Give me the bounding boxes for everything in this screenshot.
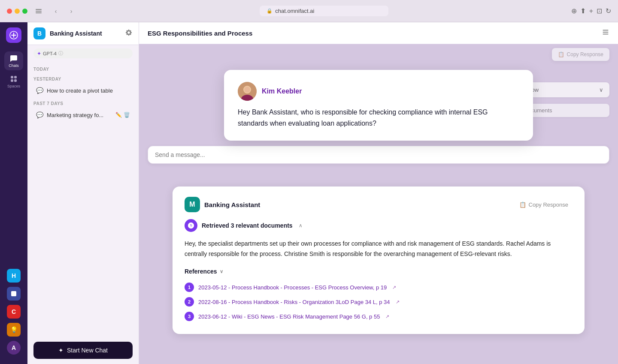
- edit-icon[interactable]: ✏️: [115, 112, 122, 118]
- chat-bubble-icon-2: 💬: [36, 111, 43, 118]
- share-icon[interactable]: ⬆: [580, 7, 586, 15]
- colored-avatar-square[interactable]: [7, 287, 21, 301]
- response-card: M Banking Assistant 📋 Copy Response: [173, 187, 585, 334]
- bg-copy-response: 📋 Copy Response: [552, 48, 609, 61]
- chevron-up-icon[interactable]: ∧: [299, 223, 303, 229]
- assistant-badge: B: [33, 27, 45, 39]
- svg-rect-4: [11, 291, 16, 296]
- chats-label: Chats: [9, 63, 19, 68]
- retrieved-icon: [185, 219, 197, 232]
- download-icon[interactable]: ⊕: [571, 7, 577, 15]
- colored-avatar-light[interactable]: 💡: [7, 323, 21, 337]
- references-toggle[interactable]: References ∨: [185, 268, 573, 275]
- response-assistant-name: Banking Assistant: [204, 201, 260, 208]
- close-button[interactable]: [7, 9, 12, 14]
- reference-item-1: 1 2023-05-12 - Process Handbook - Proces…: [185, 280, 573, 295]
- chat-input-area: [139, 141, 618, 169]
- start-new-chat-label: Start New Chat: [67, 347, 108, 354]
- new-tab-icon[interactable]: +: [589, 7, 593, 15]
- chat-item-label-marketing: Marketing strategy fo...: [47, 112, 112, 118]
- retrieved-docs-row: Retrieved 3 relevant documents ∧: [185, 219, 573, 232]
- copy-icon-bg: 📋: [558, 51, 564, 57]
- extensions-icon[interactable]: ⊡: [597, 7, 602, 15]
- minimize-button[interactable]: [15, 9, 20, 14]
- question-user: Kim Keebler: [238, 82, 519, 101]
- url-bar[interactable]: 🔒 chat.omnifact.ai: [260, 6, 388, 16]
- main-chat: ESG Responsibilities and Process 📋 Copy …: [139, 22, 618, 364]
- spaces-label: Spaces: [7, 84, 20, 88]
- chat-item-marketing[interactable]: 💬 Marketing strategy fo... ✏️ 🗑️: [30, 108, 136, 122]
- icon-sidebar: Chats Spaces H C 💡 A: [0, 22, 27, 364]
- section-past7: PAST 7 DAYS: [27, 98, 139, 108]
- ref-link-3[interactable]: 2023-06-12 - Wiki - ESG News - ESG Risk …: [198, 313, 380, 320]
- response-assistant-info: M Banking Assistant: [185, 197, 260, 212]
- external-link-icon-2: ↗: [396, 299, 400, 305]
- sidebar-header: B Banking Assistant: [27, 22, 139, 45]
- chevron-down-icon: ∨: [220, 269, 223, 274]
- model-badge: ✦ GPT-4 ⓘ: [33, 48, 133, 58]
- colored-avatar-c[interactable]: C: [7, 305, 21, 319]
- copy-icon: 📋: [519, 202, 526, 208]
- app-logo: [6, 27, 21, 43]
- copy-response-label: Copy Response: [529, 202, 569, 208]
- copy-response-bg-label: Copy Response: [567, 51, 603, 57]
- chat-sidebar-content: TODAY YESTERDAY 💬 How to create a pivot …: [27, 62, 139, 337]
- icon-bottom: H C 💡 A: [7, 269, 21, 359]
- browser-chrome: ‹ › 🔒 chat.omnifact.ai ⊕ ⬆ + ⊡ ↻: [0, 0, 618, 22]
- start-new-chat-button[interactable]: ✦ Start New Chat: [33, 342, 133, 359]
- collapse-sidebar-icon[interactable]: [602, 28, 609, 38]
- back-button[interactable]: ‹: [50, 5, 62, 17]
- retrieved-docs-label: Retrieved 3 relevant documents: [202, 222, 293, 229]
- chat-header: ESG Responsibilities and Process: [139, 22, 618, 44]
- forward-button[interactable]: ›: [65, 5, 77, 17]
- reference-item-3: 3 2023-06-12 - Wiki - ESG News - ESG Ris…: [185, 309, 573, 324]
- maximize-button[interactable]: [22, 9, 27, 14]
- reference-item-2: 2 2022-08-16 - Process Handbook - Risks …: [185, 295, 573, 309]
- ref-num-2: 2: [185, 297, 194, 307]
- chat-bubble-icon: 💬: [36, 87, 43, 94]
- response-header: M Banking Assistant 📋 Copy Response: [185, 197, 573, 212]
- user-avatar-bottom[interactable]: A: [7, 341, 21, 355]
- svg-point-8: [244, 87, 250, 93]
- external-link-icon-3: ↗: [385, 314, 389, 319]
- ref-num-1: 1: [185, 283, 194, 292]
- url-text: chat.omnifact.ai: [275, 8, 314, 14]
- settings-icon[interactable]: [125, 29, 133, 38]
- references-label: References: [185, 268, 217, 275]
- browser-nav: ‹ ›: [50, 5, 77, 17]
- sparkle-icon: ✦: [58, 347, 64, 354]
- response-assistant-avatar: M: [185, 197, 200, 212]
- lock-icon: 🔒: [267, 8, 273, 14]
- section-yesterday: YESTERDAY: [27, 73, 139, 83]
- delete-icon[interactable]: 🗑️: [124, 112, 130, 118]
- chat-item-pivot[interactable]: 💬 How to create a pivot table: [30, 84, 136, 97]
- traffic-lights: [7, 9, 27, 14]
- refresh-icon[interactable]: ↻: [606, 7, 611, 15]
- svg-rect-2: [36, 12, 42, 13]
- sidebar-toggle-icon[interactable]: [33, 5, 45, 17]
- address-bar: 🔒 chat.omnifact.ai: [82, 6, 566, 16]
- question-text: Hey Bank Assistant, who is responsible f…: [238, 107, 519, 129]
- chat-title: ESG Responsibilities and Process: [148, 30, 252, 37]
- ref-link-1[interactable]: 2023-05-12 - Process Handbook - Processe…: [198, 284, 387, 291]
- icon-nav: Chats Spaces: [4, 51, 23, 269]
- browser-actions: ⊕ ⬆ + ⊡ ↻: [571, 7, 611, 15]
- chat-input-wrapper: [148, 146, 609, 164]
- ref-link-2[interactable]: 2022-08-16 - Process Handbook - Risks - …: [198, 299, 390, 305]
- sidebar-item-chats[interactable]: Chats: [4, 51, 23, 70]
- chat-item-label: How to create a pivot table: [47, 87, 130, 94]
- question-card: Kim Keebler Hey Bank Assistant, who is r…: [224, 70, 533, 141]
- copy-response-button[interactable]: 📋 Copy Response: [515, 199, 573, 211]
- chat-item-actions: ✏️ 🗑️: [115, 112, 130, 118]
- colored-avatar-h[interactable]: H: [7, 269, 21, 283]
- references-section: References ∨ 1 2023-05-12 - Process Hand…: [185, 268, 573, 324]
- user-avatar: [238, 82, 257, 101]
- response-body: Hey, the specialist departments set up t…: [185, 239, 573, 259]
- svg-rect-1: [36, 11, 42, 12]
- chevron-flow-icon: ∨: [599, 87, 603, 93]
- external-link-icon-1: ↗: [392, 285, 396, 290]
- chat-input[interactable]: [155, 151, 602, 158]
- app-layout: Chats Spaces H C 💡 A B Banking Assistant: [0, 22, 618, 364]
- assistant-name: Banking Assistant: [50, 30, 102, 37]
- sidebar-item-spaces[interactable]: Spaces: [4, 72, 23, 91]
